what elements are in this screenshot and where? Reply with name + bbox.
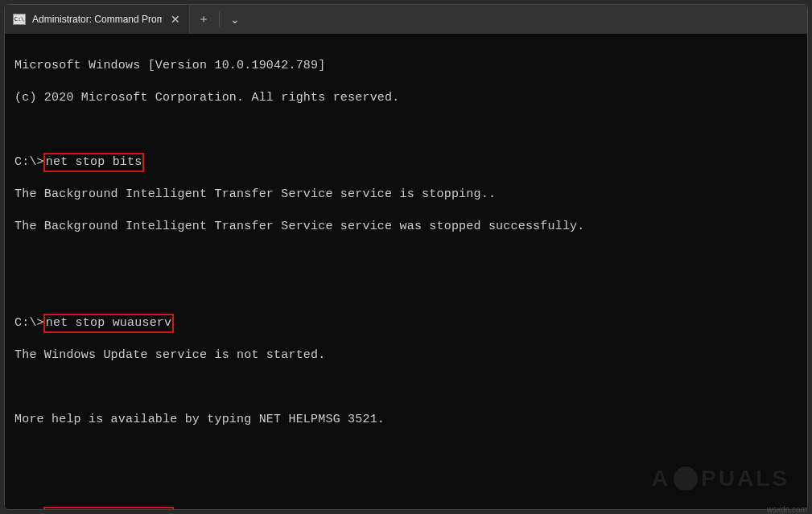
divider (219, 12, 220, 27)
prompt: C:\> (14, 155, 44, 169)
new-tab-button[interactable]: ＋ (190, 5, 217, 34)
output-line: The Windows Update service is not starte… (14, 347, 798, 364)
cmd-net-stop-bits: net stop bits (43, 153, 145, 172)
cmd-net-stop-wuauserv: net stop wuauserv (43, 314, 174, 333)
terminal-window: C:\ Administrator: Command Prom ✕ ＋ ⌄ Mi… (4, 4, 808, 510)
close-tab-button[interactable]: ✕ (168, 12, 183, 27)
tab-dropdown-button[interactable]: ⌄ (221, 5, 249, 34)
cmd-icon: C:\ (13, 14, 26, 25)
tab-command-prompt[interactable]: C:\ Administrator: Command Prom ✕ (5, 5, 190, 34)
terminal-output[interactable]: Microsoft Windows [Version 10.0.19042.78… (5, 34, 807, 509)
version-line: Microsoft Windows [Version 10.0.19042.78… (14, 58, 798, 74)
output-line: The Background Intelligent Transfer Serv… (14, 187, 798, 203)
output-line: More help is available by typing NET HEL… (14, 412, 798, 428)
prompt: C:\> (14, 316, 44, 330)
source-url: wsxdn.com (767, 505, 807, 514)
titlebar: C:\ Administrator: Command Prom ✕ ＋ ⌄ (5, 5, 807, 34)
copyright-line: (c) 2020 Microsoft Corporation. All righ… (14, 90, 798, 106)
cmd-net-stop-appidsvc: net stop appidsvc (43, 507, 174, 509)
output-line: The Background Intelligent Transfer Serv… (14, 219, 798, 235)
tab-title: Administrator: Command Prom (32, 14, 162, 25)
